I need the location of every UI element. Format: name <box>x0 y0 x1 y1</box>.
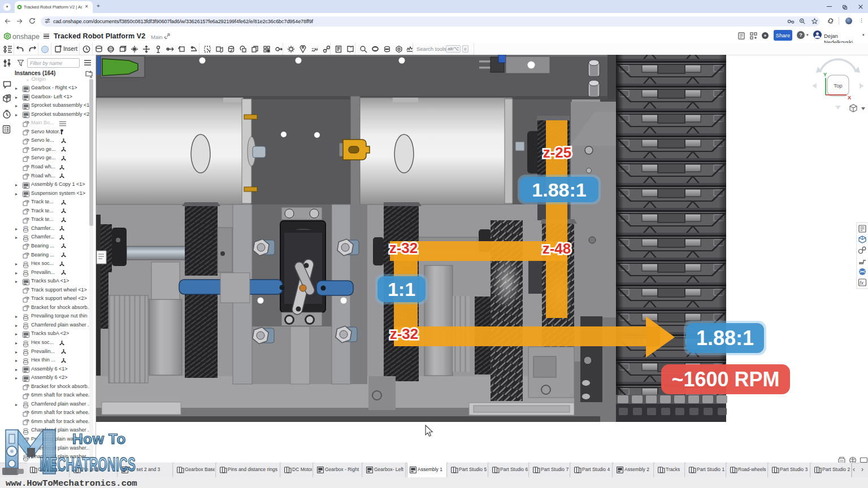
svg-text:1.88:1: 1.88:1 <box>696 326 754 350</box>
svg-text:z-48: z-48 <box>542 240 571 257</box>
svg-text:~1600 RPM: ~1600 RPM <box>671 368 779 391</box>
svg-text:1:1: 1:1 <box>388 278 415 300</box>
svg-text:Y: Y <box>823 72 827 77</box>
svg-text:fx: fx <box>860 280 864 286</box>
svg-text:z-32: z-32 <box>389 239 418 256</box>
svg-text:X: X <box>848 95 851 101</box>
svg-text:z-32: z-32 <box>390 325 419 342</box>
svg-text:z-25: z-25 <box>543 144 572 161</box>
svg-text:1.88:1: 1.88:1 <box>532 179 586 201</box>
svg-text:Top: Top <box>834 82 842 89</box>
